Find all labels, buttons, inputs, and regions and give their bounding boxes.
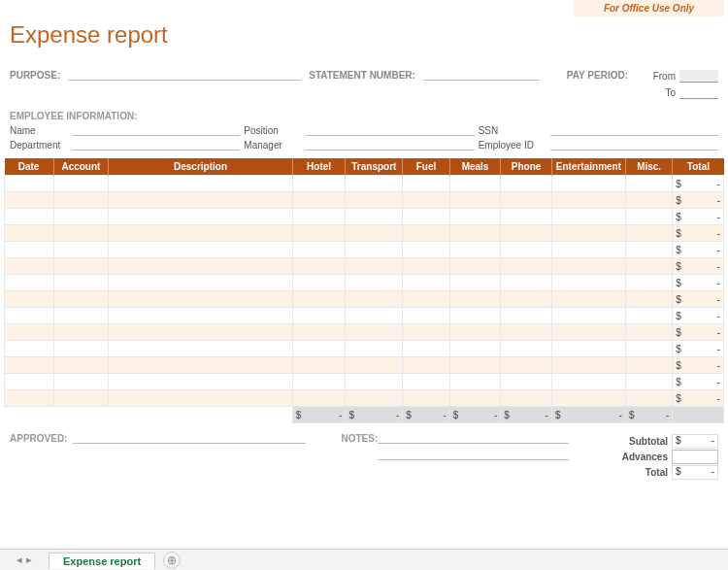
table-cell[interactable] xyxy=(551,258,625,275)
table-cell[interactable] xyxy=(403,225,449,242)
employee-id-field[interactable] xyxy=(550,140,718,151)
table-cell[interactable] xyxy=(346,192,403,209)
table-cell[interactable] xyxy=(625,357,672,374)
table-cell[interactable] xyxy=(625,275,672,291)
table-cell[interactable] xyxy=(625,209,672,225)
position-field[interactable] xyxy=(306,125,474,136)
table-cell[interactable] xyxy=(292,258,346,275)
table-cell[interactable] xyxy=(551,242,625,258)
table-cell[interactable] xyxy=(403,390,449,407)
table-cell[interactable] xyxy=(449,357,501,374)
table-cell[interactable] xyxy=(551,275,625,291)
table-cell[interactable] xyxy=(403,308,449,324)
table-cell[interactable] xyxy=(5,192,54,209)
table-cell[interactable] xyxy=(501,242,552,258)
table-cell[interactable] xyxy=(5,390,54,407)
table-cell[interactable] xyxy=(551,324,625,341)
table-cell[interactable] xyxy=(292,390,346,407)
table-cell[interactable] xyxy=(501,390,552,407)
table-cell[interactable] xyxy=(109,374,292,390)
table-cell[interactable] xyxy=(625,308,672,324)
table-cell[interactable] xyxy=(292,192,346,209)
table-cell[interactable] xyxy=(625,242,672,258)
table-cell[interactable] xyxy=(109,308,292,324)
table-cell[interactable] xyxy=(449,374,501,390)
pay-period-to-field[interactable] xyxy=(679,86,718,99)
table-cell[interactable] xyxy=(625,225,672,242)
table-cell[interactable] xyxy=(53,275,109,291)
table-cell[interactable] xyxy=(501,341,552,357)
table-cell[interactable] xyxy=(292,275,346,291)
table-cell[interactable] xyxy=(403,209,449,225)
table-cell[interactable] xyxy=(403,242,449,258)
table-cell[interactable] xyxy=(449,308,501,324)
table-cell[interactable] xyxy=(5,374,54,390)
table-cell[interactable] xyxy=(109,258,292,275)
table-cell[interactable] xyxy=(346,291,403,308)
table-cell[interactable] xyxy=(403,291,449,308)
ssn-field[interactable] xyxy=(550,125,718,136)
table-cell[interactable] xyxy=(551,390,625,407)
sheet-tab-active[interactable]: Expense report xyxy=(49,553,155,569)
table-cell[interactable] xyxy=(346,242,403,258)
table-cell[interactable] xyxy=(551,308,625,324)
notes-line-1[interactable] xyxy=(378,433,569,444)
table-cell[interactable] xyxy=(292,308,346,324)
pay-period-from-field[interactable] xyxy=(679,70,718,83)
sheet-nav-next-icon[interactable]: ▸ xyxy=(26,553,32,566)
add-sheet-button[interactable]: ⊕ xyxy=(163,552,181,569)
table-cell[interactable] xyxy=(5,341,54,357)
table-cell[interactable] xyxy=(5,357,54,374)
table-cell[interactable] xyxy=(109,390,292,407)
table-cell[interactable] xyxy=(551,176,625,192)
table-cell[interactable] xyxy=(53,242,109,258)
table-cell[interactable] xyxy=(53,341,109,357)
table-cell[interactable] xyxy=(109,225,292,242)
table-cell[interactable] xyxy=(551,374,625,390)
table-cell[interactable] xyxy=(5,258,54,275)
table-cell[interactable] xyxy=(551,357,625,374)
table-cell[interactable] xyxy=(501,192,552,209)
table-cell[interactable] xyxy=(625,324,672,341)
table-cell[interactable] xyxy=(5,176,54,192)
table-cell[interactable] xyxy=(625,192,672,209)
table-cell[interactable] xyxy=(449,176,501,192)
table-cell[interactable] xyxy=(403,176,449,192)
statement-number-field[interactable] xyxy=(423,70,540,81)
table-cell[interactable] xyxy=(346,357,403,374)
table-cell[interactable] xyxy=(292,225,346,242)
table-cell[interactable] xyxy=(625,258,672,275)
table-cell[interactable] xyxy=(501,176,552,192)
table-cell[interactable] xyxy=(403,324,449,341)
approved-field[interactable] xyxy=(73,433,306,444)
notes-line-2[interactable] xyxy=(378,450,569,460)
table-cell[interactable] xyxy=(551,192,625,209)
table-cell[interactable] xyxy=(501,209,552,225)
table-cell[interactable] xyxy=(53,176,109,192)
table-cell[interactable] xyxy=(449,341,501,357)
table-cell[interactable] xyxy=(449,291,501,308)
table-cell[interactable] xyxy=(449,242,501,258)
table-cell[interactable] xyxy=(551,341,625,357)
table-cell[interactable] xyxy=(5,275,54,291)
table-cell[interactable] xyxy=(53,390,109,407)
table-cell[interactable] xyxy=(346,209,403,225)
table-cell[interactable] xyxy=(501,357,552,374)
table-cell[interactable] xyxy=(109,275,292,291)
table-cell[interactable] xyxy=(346,374,403,390)
table-cell[interactable] xyxy=(292,209,346,225)
table-cell[interactable] xyxy=(346,341,403,357)
table-cell[interactable] xyxy=(53,192,109,209)
table-cell[interactable] xyxy=(449,390,501,407)
table-cell[interactable] xyxy=(403,258,449,275)
table-cell[interactable] xyxy=(501,324,552,341)
table-cell[interactable] xyxy=(625,291,672,308)
table-cell[interactable] xyxy=(53,308,109,324)
table-cell[interactable] xyxy=(403,374,449,390)
table-cell[interactable] xyxy=(109,242,292,258)
table-cell[interactable] xyxy=(403,341,449,357)
table-cell[interactable] xyxy=(501,308,552,324)
table-cell[interactable] xyxy=(53,357,109,374)
department-field[interactable] xyxy=(72,140,240,151)
table-cell[interactable] xyxy=(449,225,501,242)
